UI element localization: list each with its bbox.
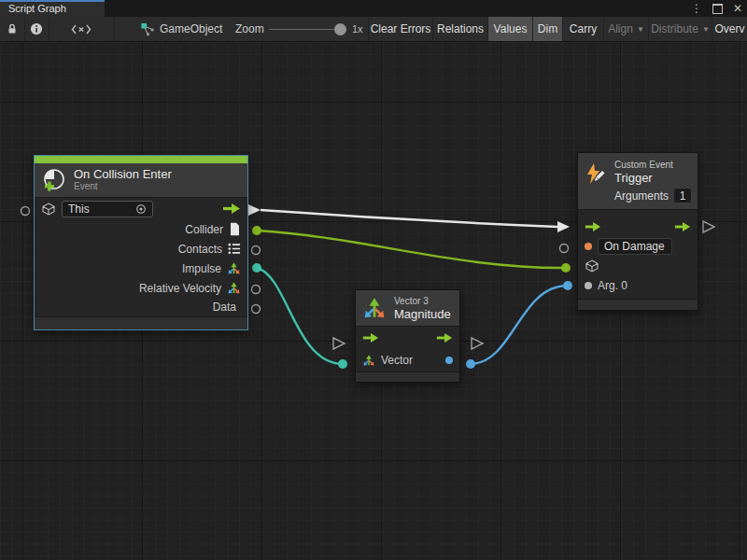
- node-vector3-magnitude[interactable]: Vector 3 Magnitude Vector: [355, 289, 460, 383]
- wire-impulse-teal: [257, 268, 343, 364]
- zoom-label: Zoom: [235, 17, 264, 41]
- port-trigger-flow-out[interactable]: [703, 221, 714, 232]
- code-angle-x-icon: [71, 23, 92, 35]
- output-label: Data: [213, 301, 236, 314]
- flow-arrow-icon: [436, 332, 453, 343]
- port-vector-in[interactable]: [338, 359, 347, 369]
- port-magnitude-flow-out[interactable]: [472, 338, 483, 349]
- output-label: Relative Velocity: [139, 282, 221, 295]
- node-title: Trigger: [614, 171, 692, 185]
- flow-arrow-icon: [674, 221, 691, 232]
- node-footer: [578, 299, 698, 310]
- info-icon: [30, 22, 43, 35]
- flow-arrow-icon: [222, 203, 241, 215]
- overview-button[interactable]: Overv: [712, 17, 747, 41]
- chevron-down-icon: ▼: [702, 25, 710, 34]
- node-subtitle: Event: [74, 181, 172, 192]
- wire-collider-green: [257, 231, 566, 268]
- port-collision-target-in[interactable]: [21, 207, 30, 216]
- vector3-icon: [362, 354, 375, 367]
- node-trigger-custom-event[interactable]: Custom Event Trigger Arguments 1: [577, 152, 698, 311]
- node-footer: [356, 371, 459, 382]
- output-label: Impulse: [182, 262, 221, 275]
- wire-flow-white: [261, 210, 557, 227]
- port-collider-out[interactable]: [252, 226, 261, 235]
- port-trigger-target-in[interactable]: [561, 263, 571, 273]
- output-label: Contacts: [178, 243, 222, 256]
- kebab-menu-icon[interactable]: ⋮: [691, 3, 702, 14]
- object-picker-icon[interactable]: [135, 203, 147, 215]
- node-on-collision-enter[interactable]: On Collision Enter Event This: [34, 155, 248, 330]
- port-collision-flow-out[interactable]: [248, 204, 261, 216]
- dim-button[interactable]: Dim: [532, 17, 562, 41]
- lock-icon: [6, 22, 19, 35]
- port-magnitude-flow-in[interactable]: [333, 338, 345, 349]
- magnitude-output-dot: [445, 357, 453, 364]
- collider-document-icon: [229, 222, 241, 236]
- gameobject-cube-icon: [585, 259, 599, 273]
- arg0-input-dot: [585, 282, 592, 289]
- port-arg0-in[interactable]: [563, 281, 572, 290]
- event-name-field[interactable]: On Damage: [598, 238, 672, 255]
- vector3-icon: [362, 296, 387, 320]
- arg0-label: Arg. 0: [598, 279, 627, 292]
- contacts-list-icon: [228, 243, 241, 255]
- graph-reference-icon: [140, 22, 155, 36]
- gameobject-label: GameObject: [160, 22, 222, 35]
- target-field[interactable]: This: [62, 201, 153, 217]
- event-color-bar: [35, 156, 247, 163]
- node-title: On Collision Enter: [74, 167, 172, 181]
- chevron-down-icon: ▼: [637, 25, 644, 34]
- zoom-slider-knob[interactable]: [334, 23, 346, 35]
- window-controls: ⋮ ✕: [691, 0, 743, 17]
- code-preview-button[interactable]: [49, 17, 115, 41]
- info-button[interactable]: [24, 17, 49, 41]
- close-icon[interactable]: ✕: [732, 3, 743, 14]
- gameobject-indicator[interactable]: GameObject: [140, 17, 222, 41]
- custom-event-icon: [585, 162, 607, 185]
- flow-arrow-icon: [585, 221, 601, 232]
- collision-event-icon: [42, 168, 66, 192]
- node-body: Vector: [356, 327, 459, 371]
- port-event-name-in[interactable]: [560, 245, 569, 253]
- flow-arrow-icon: [362, 332, 379, 343]
- lock-button[interactable]: [0, 17, 25, 41]
- port-data-out[interactable]: [252, 305, 261, 314]
- node-body: On Damage Arg. 0: [578, 210, 698, 299]
- node-body: This Collider Contacts: [35, 198, 247, 316]
- port-relative-velocity-out[interactable]: [252, 286, 261, 294]
- arguments-field[interactable]: 1: [673, 188, 692, 203]
- zoom-slider-track[interactable]: [269, 29, 344, 30]
- node-footer: [35, 316, 247, 329]
- output-label: Collider: [185, 223, 223, 236]
- port-magnitude-out[interactable]: [466, 359, 475, 369]
- relations-button[interactable]: Relations: [432, 17, 487, 41]
- tab-title: Script Graph: [8, 3, 66, 14]
- align-dropdown[interactable]: Align▼: [603, 17, 648, 41]
- carry-button[interactable]: Carry: [562, 17, 603, 41]
- node-category: Vector 3: [394, 295, 451, 307]
- vector3-icon: [227, 281, 241, 295]
- vector3-icon: [227, 261, 241, 275]
- graph-toolbar: GameObject Zoom 1x Clear Errors Relation…: [0, 17, 747, 42]
- port-contacts-out[interactable]: [252, 246, 261, 255]
- zoom-value: 1x: [352, 17, 363, 41]
- graph-canvas[interactable]: On Collision Enter Event This: [0, 42, 747, 560]
- port-trigger-flow-in[interactable]: [557, 221, 570, 232]
- gameobject-cube-icon: [41, 202, 56, 217]
- clear-errors-button[interactable]: Clear Errors: [368, 17, 432, 41]
- wire-magnitude-blue: [471, 286, 568, 364]
- tab-script-graph[interactable]: Script Graph: [0, 0, 105, 17]
- port-impulse-out[interactable]: [252, 263, 261, 273]
- maximize-icon[interactable]: [712, 3, 723, 14]
- values-button[interactable]: Values: [487, 17, 532, 41]
- distribute-dropdown[interactable]: Distribute▼: [648, 17, 712, 41]
- node-category: Custom Event: [614, 159, 692, 171]
- tab-bar: Script Graph ⋮ ✕: [0, 0, 747, 17]
- arguments-label: Arguments: [614, 189, 669, 203]
- input-label: Vector: [381, 354, 413, 367]
- string-input-dot: [585, 243, 592, 250]
- node-title: Magnitude: [394, 307, 451, 321]
